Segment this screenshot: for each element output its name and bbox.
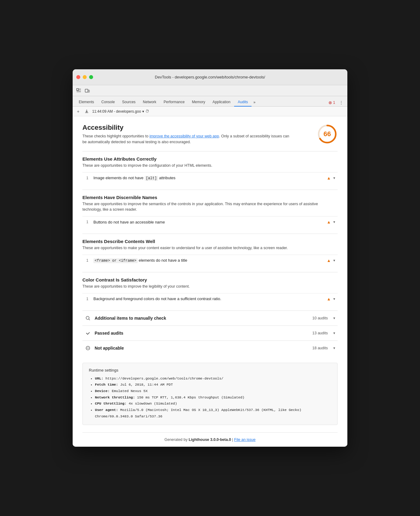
audit-group-desc-discernible: These are opportunities to improve the s… bbox=[82, 201, 338, 213]
browser-window: DevTools - developers.google.com/web/too… bbox=[73, 69, 347, 446]
chevron-down-icon: ▾ bbox=[333, 316, 335, 320]
toolbar bbox=[73, 85, 347, 96]
error-icon: ⊗ bbox=[328, 100, 332, 105]
not-applicable-count: 18 audits bbox=[312, 346, 328, 350]
section-header: Accessibility These checks highlight opp… bbox=[82, 124, 338, 145]
runtime-network: Network throttling: 150 ms TCP RTT, 1,63… bbox=[95, 394, 331, 401]
tab-memory[interactable]: Memory bbox=[188, 98, 209, 107]
dropdown-arrow[interactable]: ▾ bbox=[142, 109, 144, 114]
audit-group-desc-color: These are opportunities to improve the l… bbox=[82, 284, 338, 289]
audit-right: ▲ ▾ bbox=[327, 176, 335, 180]
svg-rect-1 bbox=[85, 89, 88, 92]
manual-check-label: Additional items to manually check bbox=[95, 316, 309, 321]
download-icon[interactable] bbox=[84, 108, 90, 114]
warning-icon: ▲ bbox=[327, 296, 331, 301]
add-icon[interactable]: + bbox=[75, 108, 81, 114]
audit-label: <frame> or <iframe> elements do not have… bbox=[93, 258, 323, 263]
audit-group-title-discernible: Elements Have Discernible Names bbox=[82, 195, 338, 200]
audit-group-attributes: Elements Use Attributes Correctly These … bbox=[82, 151, 338, 184]
tab-sources[interactable]: Sources bbox=[118, 98, 139, 107]
audit-group-describe: Elements Describe Contents Well These ar… bbox=[82, 234, 338, 266]
chevron-down-icon: ▾ bbox=[333, 297, 335, 301]
section-title: Accessibility bbox=[82, 124, 290, 132]
runtime-user-agent: User agent: Mozilla/5.0 (Macintosh; Inte… bbox=[95, 407, 331, 420]
audit-num: 1 bbox=[85, 220, 90, 224]
audit-label: Background and foreground colors do not … bbox=[93, 296, 323, 301]
audit-item[interactable]: 1 Image elements do not have [alt] attri… bbox=[82, 172, 338, 184]
inspector-icon[interactable] bbox=[75, 87, 82, 94]
close-button[interactable] bbox=[76, 75, 80, 79]
audit-num: 1 bbox=[85, 176, 90, 180]
warning-icon: ▲ bbox=[327, 258, 331, 263]
tab-more[interactable]: » bbox=[252, 98, 257, 106]
passed-label: Passed audits bbox=[95, 331, 309, 336]
tab-elements[interactable]: Elements bbox=[75, 98, 98, 107]
audit-group-discernible: Elements Have Discernible Names These ar… bbox=[82, 190, 338, 228]
audit-group-title-color: Color Contrast Is Satisfactory bbox=[82, 277, 338, 282]
audit-item[interactable]: 1 <frame> or <iframe> elements do not ha… bbox=[82, 255, 338, 266]
not-applicable-label: Not applicable bbox=[95, 346, 309, 351]
audit-group-color: Color Contrast Is Satisfactory These are… bbox=[82, 272, 338, 304]
warning-icon: ▲ bbox=[327, 220, 331, 224]
file-issue-link[interactable]: File an issue bbox=[234, 438, 255, 442]
runtime-device: Device: Emulated Nexus 5X bbox=[95, 388, 331, 394]
runtime-fetch-time: Fetch time: Jul 6, 2018, 11:44 AM PDT bbox=[95, 382, 331, 388]
chevron-down-icon: ▾ bbox=[333, 176, 335, 180]
collapsible-not-applicable[interactable]: Not applicable 18 audits ▾ bbox=[82, 340, 338, 355]
manual-check-count: 10 audits bbox=[312, 316, 328, 320]
tab-audits[interactable]: Audits bbox=[234, 98, 252, 107]
section-desc: These checks highlight opportunities to … bbox=[82, 133, 290, 145]
tab-performance[interactable]: Performance bbox=[160, 98, 188, 107]
tab-console[interactable]: Console bbox=[98, 98, 118, 107]
toolbar-icons bbox=[75, 87, 91, 94]
audit-group-desc-describe: These are opportunities to make your con… bbox=[82, 245, 338, 251]
score-circle: 66 bbox=[317, 124, 338, 144]
history-icon[interactable]: ⏱ bbox=[145, 109, 149, 114]
subtoolbar: + 11:44:09 AM - developers.goo ▾ ⏱ bbox=[73, 107, 347, 116]
error-badge[interactable]: ⊗ 1 bbox=[328, 100, 335, 105]
minimize-button[interactable] bbox=[83, 75, 87, 79]
warning-icon: ▲ bbox=[327, 176, 331, 180]
checkmark-icon bbox=[85, 330, 91, 336]
audit-right: ▲ ▾ bbox=[327, 296, 335, 301]
audit-item[interactable]: 1 Background and foreground colors do no… bbox=[82, 293, 338, 304]
window-title: DevTools - developers.google.com/web/too… bbox=[155, 75, 265, 79]
device-mode-icon[interactable] bbox=[84, 87, 91, 94]
chevron-down-icon: ▾ bbox=[333, 258, 335, 263]
audit-group-desc-attributes: These are opportunities to improve the c… bbox=[82, 163, 338, 169]
runtime-title: Runtime settings bbox=[89, 368, 331, 372]
devtools-menu-icon[interactable]: ⋮ bbox=[338, 99, 345, 106]
audit-right: ▲ ▾ bbox=[327, 220, 335, 224]
runtime-list: URL: https://developers.google.com/web/t… bbox=[89, 376, 331, 420]
chevron-down-icon: ▾ bbox=[333, 220, 335, 224]
search-icon bbox=[85, 315, 91, 321]
runtime-cpu: CPU throttling: 4x slowdown (Simulated) bbox=[95, 401, 331, 407]
collapsible-manual-check[interactable]: Additional items to manually check 10 au… bbox=[82, 311, 338, 325]
main-content: Accessibility These checks highlight opp… bbox=[73, 116, 347, 446]
audit-group-title-describe: Elements Describe Contents Well bbox=[82, 239, 338, 244]
audit-num: 1 bbox=[85, 258, 90, 263]
accessibility-link[interactable]: improve the accessibility of your web ap… bbox=[150, 134, 219, 138]
tab-application[interactable]: Application bbox=[209, 98, 234, 107]
traffic-lights bbox=[76, 75, 93, 79]
collapsible-passed[interactable]: Passed audits 13 audits ▾ bbox=[82, 325, 338, 340]
tabs: Elements Console Sources Network Perform… bbox=[73, 96, 347, 107]
chevron-down-icon: ▾ bbox=[333, 331, 335, 335]
svg-rect-2 bbox=[88, 90, 89, 92]
audit-item[interactable]: 1 Buttons do not have an accessible name… bbox=[82, 216, 338, 227]
section-info: Accessibility These checks highlight opp… bbox=[82, 124, 290, 145]
audit-label: Image elements do not have [alt] attribu… bbox=[93, 176, 323, 180]
audit-num: 1 bbox=[85, 297, 90, 301]
audit-label: Buttons do not have an accessible name bbox=[93, 220, 323, 224]
chevron-down-icon: ▾ bbox=[333, 346, 335, 350]
not-applicable-icon bbox=[85, 345, 91, 351]
tab-right-area: ⊗ 1 ⋮ bbox=[328, 99, 345, 106]
svg-rect-0 bbox=[77, 89, 78, 90]
timestamp-area: 11:44:09 AM - developers.goo ▾ ⏱ bbox=[92, 109, 149, 114]
maximize-button[interactable] bbox=[89, 75, 93, 79]
footer: Generated by Lighthouse 3.0.0-beta.0 | F… bbox=[82, 432, 338, 447]
tab-network[interactable]: Network bbox=[139, 98, 160, 107]
titlebar: DevTools - developers.google.com/web/too… bbox=[73, 69, 347, 85]
audit-right: ▲ ▾ bbox=[327, 258, 335, 263]
passed-count: 13 audits bbox=[312, 331, 328, 335]
